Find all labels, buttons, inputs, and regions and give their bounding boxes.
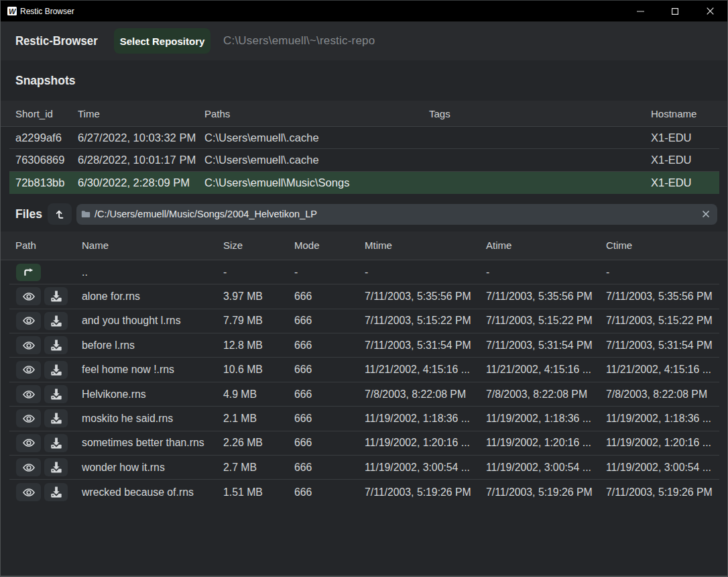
close-button[interactable] (692, 1, 727, 21)
download-icon (50, 388, 62, 400)
clear-path-button[interactable] (702, 210, 710, 218)
file-ctime: 7/8/2003, 8:22:08 PM (600, 388, 719, 401)
wails-app-icon: W (7, 7, 17, 15)
file-atime: 7/8/2003, 8:22:08 PM (480, 388, 600, 401)
file-row[interactable]: and you thought l.rns 7.79 MB 666 7/11/2… (9, 309, 719, 333)
preview-file-button[interactable] (16, 287, 41, 305)
file-name: before l.rns (76, 339, 217, 352)
file-mode: 666 (288, 462, 359, 474)
file-mtime: 11/19/2002, 1:20:16 ... (359, 437, 480, 449)
preview-file-button[interactable] (16, 336, 41, 354)
file-atime: 11/19/2002, 1:20:16 ... (480, 437, 600, 449)
file-atime: 7/11/2003, 5:31:54 PM (480, 339, 600, 352)
download-file-button[interactable] (44, 385, 68, 403)
download-file-button[interactable] (44, 458, 68, 476)
file-ctime: 11/19/2002, 1:18:36 ... (600, 413, 719, 425)
file-size: 3.97 MB (217, 291, 288, 303)
eye-icon (23, 415, 35, 423)
file-row[interactable]: alone for.rns 3.97 MB 666 7/11/2003, 5:3… (9, 284, 719, 309)
minimize-icon (637, 11, 644, 12)
snapshots-table-header: Short_id Time Paths Tags Hostname (1, 101, 727, 127)
preview-file-button[interactable] (16, 483, 41, 501)
eye-icon (23, 488, 35, 496)
snapshot-time: 6/28/2022, 10:01:17 PM (72, 154, 198, 166)
file-name: wonder how it.rns (76, 462, 217, 474)
file-size: 12.8 MB (217, 339, 288, 352)
download-file-button[interactable] (44, 336, 68, 354)
file-size: 7.79 MB (217, 315, 288, 327)
file-name: and you thought l.rns (76, 315, 217, 327)
download-icon (50, 339, 62, 351)
go-parent-button[interactable] (16, 264, 41, 281)
download-file-button[interactable] (44, 361, 68, 379)
snapshots-col-time: Time (72, 108, 198, 119)
preview-file-button[interactable] (16, 361, 41, 379)
file-ctime: 7/11/2003, 5:35:56 PM (600, 291, 719, 303)
download-file-button[interactable] (44, 483, 68, 501)
file-mtime: 11/21/2002, 4:15:16 ... (359, 364, 480, 376)
file-atime: 11/19/2002, 1:18:36 ... (480, 413, 600, 425)
file-row[interactable]: Helvikone.rns 4.9 MB 666 7/8/2003, 8:22:… (9, 382, 719, 407)
preview-file-button[interactable] (16, 385, 41, 403)
download-file-button[interactable] (44, 409, 68, 427)
preview-file-button[interactable] (16, 409, 41, 427)
file-row[interactable]: sometimes better than.rns 2.26 MB 666 11… (9, 431, 719, 456)
file-size: 2.7 MB (217, 462, 288, 474)
eye-icon (23, 464, 35, 472)
clear-path-icon (702, 210, 710, 218)
file-mtime: 7/11/2003, 5:35:56 PM (359, 291, 480, 303)
file-row[interactable]: wrecked because of.rns 1.51 MB 666 7/11/… (9, 480, 719, 504)
snapshots-col-paths: Paths (198, 108, 423, 119)
file-ctime: - (600, 266, 719, 278)
file-atime: 7/11/2003, 5:15:22 PM (480, 315, 600, 327)
file-atime: 7/11/2003, 5:19:26 PM (480, 486, 600, 499)
file-name: feel home now !.rns (76, 364, 217, 376)
corner-up-right-icon (24, 268, 34, 276)
snapshot-paths: C:\Users\emuell\Music\Songs (198, 176, 423, 189)
files-col-name: Name (76, 240, 217, 251)
preview-file-button[interactable] (16, 434, 41, 452)
eye-icon (23, 293, 35, 301)
download-icon (50, 462, 62, 473)
file-name: moskito he said.rns (76, 413, 217, 425)
snapshot-row-selected[interactable]: 72b813bb 6/30/2022, 2:28:09 PM C:\Users\… (9, 172, 719, 194)
download-file-button[interactable] (44, 434, 68, 452)
snapshot-row[interactable]: 76306869 6/28/2022, 10:01:17 PM C:\Users… (9, 149, 719, 171)
files-col-mode: Mode (288, 240, 359, 251)
file-atime: 11/21/2002, 4:15:16 ... (480, 364, 600, 376)
minimize-button[interactable] (623, 1, 658, 21)
files-col-size: Size (217, 240, 288, 251)
snapshot-hostname: X1-EDU (645, 154, 719, 166)
maximize-button[interactable] (658, 1, 692, 21)
file-row[interactable]: moskito he said.rns 2.1 MB 666 11/19/200… (9, 407, 719, 431)
path-breadcrumb: /C:/Users/emuell/Music/Songs/2004_Helvet… (76, 204, 717, 225)
file-name: alone for.rns (76, 291, 217, 303)
files-table-header: Path Name Size Mode Mtime Atime Ctime (1, 231, 727, 260)
app-title: Restic-Browser (15, 34, 102, 48)
snapshot-row[interactable]: a2299af6 6/27/2022, 10:03:32 PM C:\Users… (9, 127, 719, 149)
file-mode: 666 (288, 291, 359, 303)
preview-file-button[interactable] (16, 458, 41, 476)
preview-file-button[interactable] (16, 312, 41, 330)
set-root-button[interactable] (48, 203, 72, 225)
file-mtime: 7/11/2003, 5:15:22 PM (359, 315, 480, 327)
download-file-button[interactable] (44, 312, 68, 330)
file-mode: 666 (288, 388, 359, 401)
select-repository-button[interactable]: Select Repository (114, 28, 210, 54)
file-row[interactable]: before l.rns 12.8 MB 666 7/11/2003, 5:31… (9, 333, 719, 358)
file-mtime: 11/19/2002, 1:18:36 ... (359, 413, 480, 425)
corner-left-up-icon (54, 209, 64, 219)
app-window: W Restic Browser Restic-Browser Select R… (0, 0, 728, 577)
file-row[interactable]: wonder how it.rns 2.7 MB 666 11/19/2002,… (9, 456, 719, 480)
file-size: 2.1 MB (217, 413, 288, 425)
parent-dir-row[interactable]: .. - - - - - (9, 260, 719, 284)
file-mode: 666 (288, 315, 359, 327)
file-row[interactable]: feel home now !.rns 10.6 MB 666 11/21/20… (9, 358, 719, 382)
file-ctime: 7/11/2003, 5:15:22 PM (600, 315, 719, 327)
snapshot-paths: C:\Users\emuell\.cache (198, 132, 423, 144)
files-col-mtime: Mtime (359, 240, 480, 251)
file-mode: 666 (288, 486, 359, 499)
download-file-button[interactable] (44, 287, 68, 305)
file-mode: 666 (288, 339, 359, 352)
file-ctime: 11/19/2002, 3:00:54 ... (600, 462, 719, 474)
